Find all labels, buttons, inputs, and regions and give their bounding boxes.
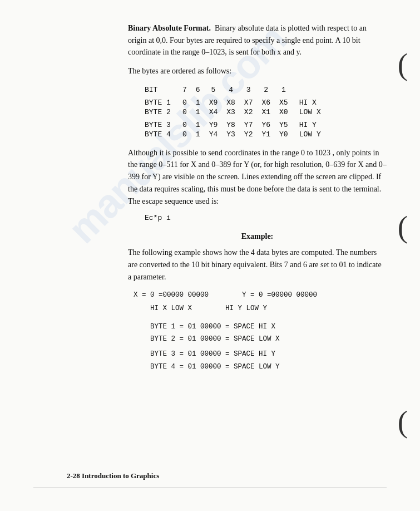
hiy-lowy-label: HI Y LOW Y <box>225 303 267 315</box>
xy-values-line: X = 0 =00000 00000 Y = 0 =00000 00000 <box>134 289 387 301</box>
table-row: BYTE 4 0 1 Y4 Y3 Y2 Y1 Y0 LOW Y <box>145 130 325 139</box>
intro-paragraph: Binary Absolute Format. Binary absolute … <box>128 22 387 58</box>
byte1-line: BYTE 1 = 01 00000 = SPACE HI X <box>150 321 387 333</box>
byte3-label: BYTE 3 <box>145 120 178 130</box>
bracket-decoration-2: ( <box>398 212 408 242</box>
byte1-label: BYTE 1 <box>145 98 178 107</box>
example-title: Example: <box>128 232 387 241</box>
byte3-line: BYTE 3 = 01 00000 = SPACE HI Y <box>150 348 387 360</box>
main-content: Binary Absolute Format. Binary absolute … <box>128 22 387 373</box>
col-header-1: 1 <box>275 85 293 95</box>
col-header-5: 5 <box>205 85 223 95</box>
y-value: Y = 0 =00000 00000 <box>242 289 317 301</box>
byte2-line: BYTE 2 = 01 00000 = SPACE LOW X <box>150 333 387 345</box>
escape-sequence: Ec*p i <box>145 214 387 222</box>
footer-text: 2-28 Introduction to Graphics <box>67 471 159 480</box>
byte4-line: BYTE 4 = 01 00000 = SPACE LOW Y <box>150 361 387 373</box>
bytes-ordered-text: The bytes are ordered as follows: <box>128 65 387 77</box>
footer-area: 2-28 Introduction to Graphics <box>33 488 387 492</box>
body-text: Although it is possible to send coordina… <box>128 147 387 207</box>
footer-divider <box>33 488 387 488</box>
bracket-decoration-3: ( <box>398 406 408 437</box>
col-header-3: 3 <box>240 85 258 95</box>
col-header-4: 4 <box>222 85 240 95</box>
col-header-bit: BIT <box>145 85 178 95</box>
col-header-2: 2 <box>257 85 275 95</box>
table-row: BYTE 1 0 1 X9 X8 X7 X6 X5 HI X <box>145 98 325 107</box>
col-header-6: 6 <box>191 85 205 95</box>
x-value: X = 0 =00000 00000 <box>134 289 209 301</box>
col-header-label <box>293 85 325 95</box>
byte2-label: BYTE 2 <box>145 107 178 117</box>
col-header-7: 7 <box>178 85 191 95</box>
table-row: BYTE 3 0 1 Y9 Y8 Y7 Y6 Y5 HI Y <box>145 120 325 130</box>
example-desc: The following example shows how the 4 da… <box>128 247 387 283</box>
bracket-decoration-1: ( <box>398 49 408 80</box>
hix-lowx-label: HI X LOW X <box>150 303 192 315</box>
table-row: BYTE 2 0 1 X4 X3 X2 X1 X0 LOW X <box>145 107 325 117</box>
page: manualslib.com ( ( ( Binary Absolute For… <box>0 0 420 511</box>
byte4-label: BYTE 4 <box>145 130 178 139</box>
example-block: X = 0 =00000 00000 Y = 0 =00000 00000 HI… <box>134 289 387 373</box>
section-title: Binary Absolute Format. <box>128 24 211 32</box>
hix-hiy-line: HI X LOW X HI Y LOW Y <box>150 303 387 315</box>
table-header-row: BIT 7 6 5 4 3 2 1 <box>145 85 325 95</box>
bit-table: BIT 7 6 5 4 3 2 1 BYTE 1 0 1 X9 X8 X7 X6… <box>145 85 325 139</box>
